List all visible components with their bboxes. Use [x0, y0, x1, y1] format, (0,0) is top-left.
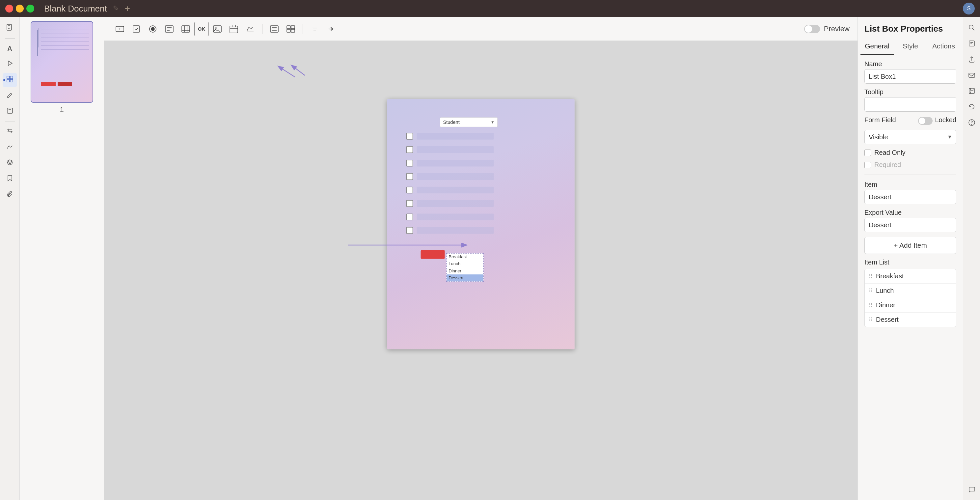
item-label-breakfast: Breakfast	[876, 272, 904, 280]
svg-rect-26	[969, 88, 974, 94]
grid-view-button[interactable]	[283, 22, 299, 36]
check-label-5	[417, 187, 494, 193]
canvas-container[interactable]: Student ▼	[104, 41, 858, 500]
sidebar-icon-notes[interactable]	[3, 104, 17, 119]
svg-point-28	[971, 124, 972, 125]
canvas-listbox[interactable]: Breakfast Lunch Dinner Dessert	[446, 253, 484, 282]
edit-title-icon[interactable]: ✎	[113, 4, 119, 13]
sidebar-icon-pages[interactable]	[3, 21, 17, 35]
radio-button-tool[interactable]	[145, 22, 161, 36]
page-1-thumbnail[interactable]	[30, 21, 93, 103]
sidebar-icon-markup[interactable]	[3, 89, 17, 103]
tab-general[interactable]: General	[861, 38, 894, 55]
tab-actions[interactable]: Actions	[927, 38, 960, 55]
preview-toggle[interactable]	[804, 25, 820, 33]
checkbox-7[interactable]	[406, 213, 413, 220]
traffic-lights	[5, 5, 34, 13]
listbox-item-lunch[interactable]: Lunch	[447, 261, 483, 268]
required-checkbox[interactable]	[864, 162, 871, 168]
item-input[interactable]	[864, 190, 956, 204]
share-button[interactable]	[965, 53, 978, 66]
item-label-lunch: Lunch	[876, 287, 894, 295]
canvas-red-button[interactable]	[421, 250, 445, 259]
notes-icon	[6, 107, 13, 116]
checkbox-5[interactable]	[406, 187, 413, 193]
sidebar-icon-attach[interactable]	[3, 188, 17, 202]
minimize-button[interactable]	[16, 5, 24, 13]
list-view-button[interactable]	[266, 22, 282, 36]
sidebar-icon-signs[interactable]	[3, 140, 17, 155]
sidebar-divider-1	[5, 38, 15, 38]
ok-button-tool[interactable]: OK	[194, 22, 209, 36]
canvas-student-dropdown[interactable]: Student ▼	[440, 117, 498, 127]
organize-icon	[6, 127, 13, 136]
toolbar-layout-tools	[266, 22, 299, 36]
read-only-checkbox[interactable]	[864, 150, 871, 156]
properties-button[interactable]	[965, 37, 978, 50]
drag-handle-lunch: ⠿	[869, 288, 873, 294]
sidebar-divider-2	[5, 121, 15, 122]
listbox-item-dinner[interactable]: Dinner	[447, 268, 483, 274]
text-tool-icon: A	[7, 45, 12, 53]
checkbox-2[interactable]	[406, 146, 413, 153]
name-input[interactable]	[864, 69, 956, 84]
sidebar-icon-media[interactable]	[3, 57, 17, 72]
sidebar-icon-organize[interactable]	[3, 124, 17, 139]
date-button[interactable]	[226, 22, 242, 36]
tooltip-input[interactable]	[864, 97, 956, 111]
export-value-input[interactable]	[864, 218, 956, 232]
check-label-2	[417, 146, 494, 153]
table-button[interactable]	[178, 22, 194, 36]
checkbox-4[interactable]	[406, 173, 413, 180]
list-item-dinner[interactable]: ⠿ Dinner	[865, 298, 956, 312]
mail-button[interactable]	[965, 68, 978, 82]
svg-marker-1	[8, 61, 12, 65]
list-item-breakfast[interactable]: ⠿ Breakfast	[865, 269, 956, 283]
maximize-button[interactable]	[26, 5, 34, 13]
search-button[interactable]	[965, 21, 978, 34]
list-item-lunch[interactable]: ⠿ Lunch	[865, 283, 956, 298]
checkbox-3[interactable]	[406, 160, 413, 166]
svg-rect-25	[969, 73, 975, 77]
add-item-button[interactable]: + Add Item	[864, 237, 956, 254]
tooltip-label: Tooltip	[864, 88, 956, 96]
undo-button[interactable]	[965, 100, 978, 113]
signature-sidebar-icon	[6, 143, 13, 152]
align-button[interactable]	[307, 22, 323, 36]
checkbox-1[interactable]	[406, 133, 413, 139]
svg-rect-0	[7, 24, 11, 30]
check-label-1	[417, 133, 494, 139]
check-row-3	[406, 160, 494, 166]
toolbar: OK	[104, 17, 858, 41]
sidebar-icon-bookmark[interactable]	[3, 172, 17, 186]
add-tab-button[interactable]: +	[125, 3, 130, 14]
signature-button[interactable]	[242, 22, 258, 36]
checkbox-8[interactable]	[406, 227, 413, 234]
properties-title: List Box Properties	[858, 17, 963, 38]
image-button[interactable]	[210, 22, 225, 36]
save-button[interactable]	[965, 84, 978, 97]
distribute-button[interactable]	[323, 22, 339, 36]
chat-button[interactable]	[965, 483, 978, 496]
list-item-dessert[interactable]: ⠿ Dessert	[865, 312, 956, 327]
help-button[interactable]	[965, 116, 978, 129]
svg-rect-2	[7, 76, 10, 79]
listbox-item-breakfast[interactable]: Breakfast	[447, 254, 483, 261]
user-avatar[interactable]: S	[963, 3, 975, 14]
sidebar-icon-layers[interactable]	[3, 156, 17, 170]
tab-style[interactable]: Style	[894, 38, 927, 55]
text-field-button[interactable]	[112, 22, 128, 36]
text-area-button[interactable]	[161, 22, 177, 36]
listbox-item-dessert[interactable]: Dessert	[447, 274, 483, 281]
item-list-label: Item List	[864, 259, 956, 266]
read-only-row: Read Only	[864, 149, 956, 156]
checkbox-6[interactable]	[406, 200, 413, 207]
sidebar-icon-text[interactable]: A	[3, 41, 17, 56]
locked-toggle[interactable]	[918, 117, 932, 125]
checkbox-button[interactable]	[129, 22, 144, 36]
visible-select[interactable]: Visible Hidden Hidden unless Required	[864, 130, 956, 144]
toolbar-sep-2	[302, 24, 303, 34]
close-button[interactable]	[5, 5, 13, 13]
locked-toggle-row: Locked	[918, 116, 957, 125]
sidebar-icon-form[interactable]	[3, 73, 17, 87]
